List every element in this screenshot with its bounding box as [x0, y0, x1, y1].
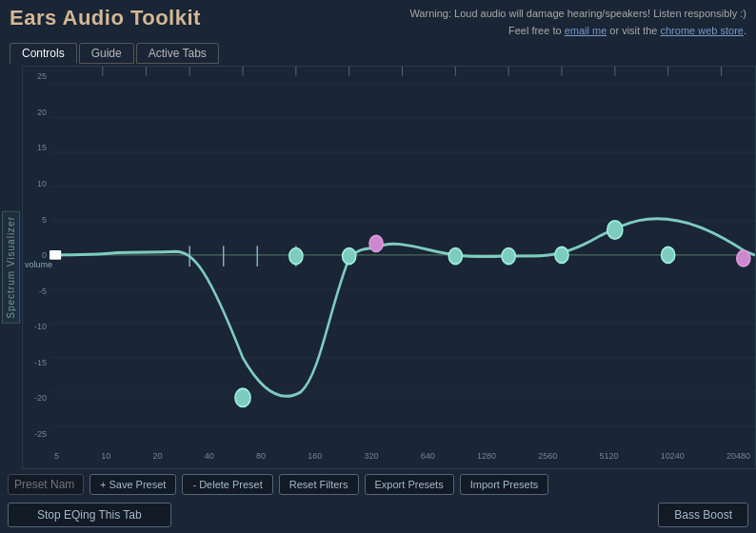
bottom-controls: + Save Preset - Delete Preset Reset Filt… — [0, 469, 756, 500]
y-label-0: 0 — [23, 250, 50, 260]
y-label-20: 20 — [23, 108, 50, 117]
eq-node-160 — [343, 248, 356, 265]
x-label-1280: 1280 — [477, 451, 496, 461]
x-label-2560: 2560 — [538, 451, 557, 461]
volume-label: volume — [25, 260, 52, 269]
x-label-80: 80 — [256, 451, 266, 461]
y-label-10: 10 — [23, 179, 50, 188]
tab-guide[interactable]: Guide — [79, 43, 134, 64]
bass-boost-button[interactable]: Bass Boost — [658, 503, 748, 527]
eq-node-2560 — [555, 247, 568, 264]
y-label-n25: -25 — [23, 429, 50, 439]
store-end: . — [744, 25, 746, 36]
export-presets-button[interactable]: Export Presets — [365, 474, 454, 495]
y-label-5: 5 — [23, 215, 50, 225]
eq-area: Spectrum Visualizer volume 25 20 15 10 5… — [0, 66, 756, 469]
eq-node-20480 — [737, 250, 750, 266]
bottom-row2: Stop EQing This Tab Bass Boost — [0, 500, 756, 533]
y-axis-labels: 25 20 15 10 5 0 -5 -10 -15 -20 -25 — [23, 67, 50, 444]
app-container: Ears Audio Toolkit Warning: Loud audio w… — [0, 0, 756, 533]
warning-area: Warning: Loud audio will damage hearing/… — [409, 6, 746, 39]
eq-node-1280 — [502, 248, 515, 265]
eq-node-40 — [235, 388, 250, 406]
eq-chart[interactable]: volume 25 20 15 10 5 0 -5 -10 -15 -20 -2… — [22, 66, 756, 469]
eq-node-320 — [369, 236, 383, 252]
header: Ears Audio Toolkit Warning: Loud audio w… — [0, 0, 756, 43]
svg-rect-28 — [50, 250, 61, 260]
x-label-10240: 10240 — [661, 451, 685, 461]
app-title: Ears Audio Toolkit — [10, 6, 201, 30]
y-label-25: 25 — [23, 71, 50, 81]
x-label-40: 40 — [205, 451, 214, 461]
save-preset-button[interactable]: + Save Preset — [90, 474, 176, 495]
eq-node-10240 — [662, 247, 675, 264]
y-label-n20: -20 — [23, 393, 50, 403]
y-label-15: 15 — [23, 143, 50, 152]
store-link[interactable]: chrome web store — [661, 25, 744, 36]
y-label-n15: -15 — [23, 358, 50, 367]
eq-node-80 — [289, 248, 303, 265]
tab-controls[interactable]: Controls — [10, 43, 77, 64]
tab-active-tabs[interactable]: Active Tabs — [136, 43, 219, 64]
preset-name-input[interactable] — [8, 474, 84, 495]
email-link[interactable]: email me — [565, 25, 607, 36]
x-label-20480: 20480 — [726, 451, 750, 461]
x-label-640: 640 — [421, 451, 435, 461]
delete-preset-button[interactable]: - Delete Preset — [182, 474, 272, 495]
warning-text: Warning: Loud audio will damage hearing/… — [409, 8, 746, 19]
x-label-160: 160 — [308, 451, 322, 461]
bass-boost-area: Bass Boost — [658, 503, 748, 527]
reset-filters-button[interactable]: Reset Filters — [279, 474, 359, 495]
x-label-10: 10 — [101, 451, 110, 461]
stop-eq-button[interactable]: Stop EQing This Tab — [8, 503, 171, 527]
visit-text: or visit the — [607, 25, 660, 36]
x-label-5: 5 — [54, 451, 59, 461]
x-label-5120: 5120 — [599, 451, 618, 461]
y-label-n10: -10 — [23, 322, 50, 331]
eq-node-5120 — [607, 221, 623, 239]
import-presets-button[interactable]: Import Presets — [460, 474, 549, 495]
y-label-n5: -5 — [23, 286, 50, 296]
tabs-bar: Controls Guide Active Tabs — [0, 43, 756, 64]
sub-warning: Feel free to — [508, 25, 565, 36]
eq-node-640 — [448, 248, 462, 265]
spectrum-visualizer-label: Spectrum Visualizer — [2, 211, 20, 324]
x-axis-labels: 5 10 20 40 80 160 320 640 1280 2560 5120… — [50, 444, 755, 468]
x-label-320: 320 — [364, 451, 378, 461]
x-label-20: 20 — [152, 451, 162, 461]
eq-curve-svg — [50, 67, 755, 444]
